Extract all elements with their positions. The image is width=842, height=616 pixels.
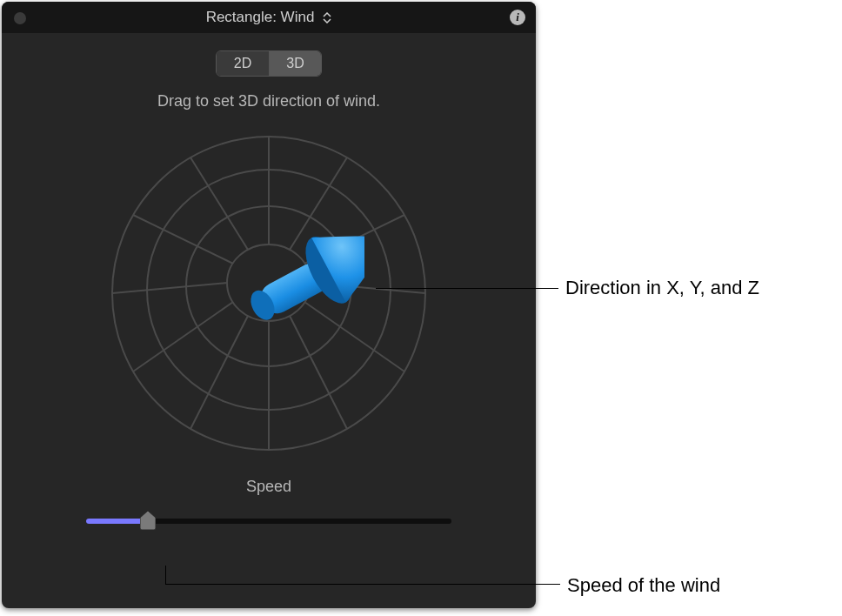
wind-hud-panel: Rectangle: Wind i 2D 3D Drag to set 3D d… xyxy=(2,2,536,608)
mode-segmented-control: 2D 3D xyxy=(216,50,322,77)
callout-line-icon xyxy=(165,566,560,585)
speed-slider[interactable] xyxy=(86,508,451,534)
mode-3d-button[interactable]: 3D xyxy=(269,51,321,76)
callout-line-icon xyxy=(376,288,558,289)
titlebar: Rectangle: Wind i xyxy=(2,2,536,33)
window-close-dot[interactable] xyxy=(14,12,26,24)
popup-chevrons-icon xyxy=(323,12,331,23)
info-icon[interactable]: i xyxy=(510,10,525,25)
speed-label: Speed xyxy=(2,478,536,496)
mode-2d-button[interactable]: 2D xyxy=(217,51,269,76)
direction-hint-text: Drag to set 3D direction of wind. xyxy=(2,92,536,110)
slider-fill xyxy=(86,519,148,524)
callout-direction: Direction in X, Y, and Z xyxy=(376,277,759,299)
title-popup[interactable]: Rectangle: Wind xyxy=(206,9,332,26)
callout-direction-label: Direction in X, Y, and Z xyxy=(565,277,759,299)
direction-arrow-icon[interactable] xyxy=(173,198,364,389)
slider-thumb-icon[interactable] xyxy=(140,511,156,530)
callout-speed: Speed of the wind xyxy=(165,566,720,588)
panel-title: Rectangle: Wind xyxy=(206,9,315,26)
callout-speed-label: Speed of the wind xyxy=(567,574,720,597)
